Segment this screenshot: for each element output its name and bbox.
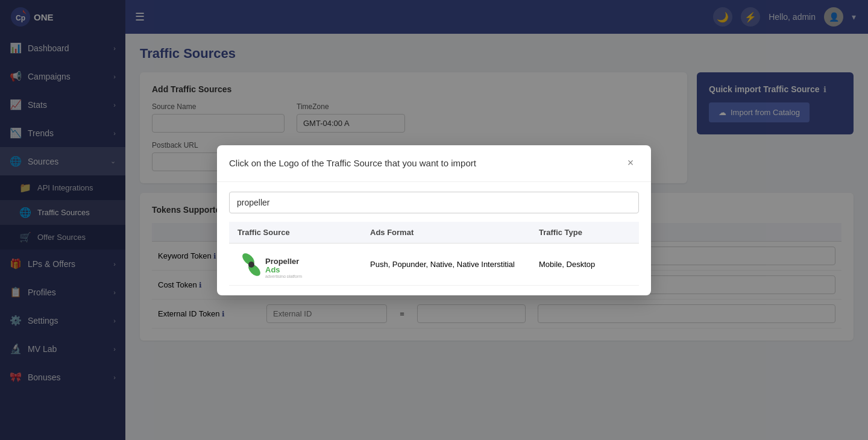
traffic-type-cell: Mobile, Desktop bbox=[530, 243, 639, 285]
svg-point-5 bbox=[248, 262, 254, 268]
ads-format-header: Ads Format bbox=[362, 222, 530, 244]
table-row[interactable]: Propeller Ads advertising platform Push,… bbox=[229, 243, 639, 285]
propeller-ads-logo: Propeller Ads advertising platform bbox=[237, 251, 353, 278]
svg-text:advertising platform: advertising platform bbox=[265, 274, 302, 278]
traffic-sources-table: Traffic Source Ads Format Traffic Type bbox=[229, 222, 639, 286]
traffic-source-header: Traffic Source bbox=[229, 222, 362, 244]
traffic-type-header: Traffic Type bbox=[530, 222, 639, 244]
svg-text:Ads: Ads bbox=[265, 265, 280, 274]
close-icon: × bbox=[627, 157, 634, 169]
modal-title: Click on the Logo of the Traffic Source … bbox=[229, 158, 476, 168]
ads-format-cell: Push, Popunder, Native, Native Interstit… bbox=[362, 243, 530, 285]
modal-search-input[interactable] bbox=[229, 192, 639, 213]
modal-overlay[interactable]: Click on the Logo of the Traffic Source … bbox=[0, 0, 868, 440]
sources-table-header: Traffic Source Ads Format Traffic Type bbox=[229, 222, 639, 244]
source-logo-cell: Propeller Ads advertising platform bbox=[229, 243, 362, 285]
modal-body: Traffic Source Ads Format Traffic Type bbox=[217, 182, 651, 295]
modal-close-button[interactable]: × bbox=[622, 155, 639, 172]
modal-header: Click on the Logo of the Traffic Source … bbox=[217, 145, 651, 182]
propeller-ads-svg: Propeller Ads advertising platform bbox=[237, 251, 316, 278]
import-modal: Click on the Logo of the Traffic Source … bbox=[217, 145, 651, 295]
svg-text:Propeller: Propeller bbox=[265, 257, 299, 266]
